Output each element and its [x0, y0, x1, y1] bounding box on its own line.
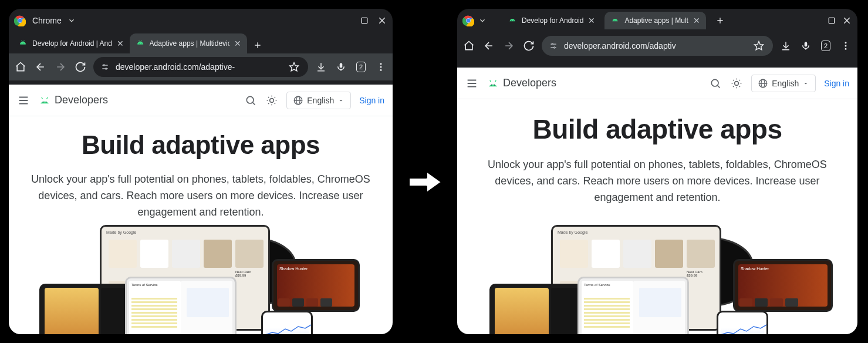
tune-icon[interactable] [100, 62, 110, 72]
page-content: Developers English Sign in Build adaptiv… [9, 85, 393, 334]
chrome-icon [13, 14, 26, 27]
tab-label: Adaptive apps | Multidevic [150, 39, 229, 48]
forward-icon[interactable] [502, 39, 516, 53]
star-icon[interactable] [752, 39, 766, 53]
svg-rect-21 [340, 63, 343, 68]
svg-line-88 [733, 86, 734, 86]
hero-devices-illustration: Made by Google Nest Cam£89.99 Shadow Hun… [457, 225, 857, 334]
language-selector[interactable]: English [751, 75, 816, 92]
svg-line-42 [275, 97, 275, 97]
download-icon[interactable] [779, 39, 793, 53]
reload-icon[interactable] [522, 39, 536, 53]
close-icon[interactable]: ✕ [117, 39, 124, 48]
svg-point-52 [614, 20, 614, 21]
search-icon[interactable] [244, 94, 257, 107]
tab-label: Develop for Android | And [32, 39, 112, 48]
chevron-down-icon [337, 97, 345, 104]
svg-point-34 [270, 98, 274, 102]
address-bar[interactable]: developer.android.com/adaptive- [93, 57, 308, 77]
theme-toggle-icon[interactable] [730, 77, 743, 90]
tab-strip: Develop for Android | And ✕ Adaptive app… [9, 32, 393, 53]
svg-line-39 [268, 97, 269, 97]
svg-point-30 [43, 101, 44, 102]
hero-title: Build adaptive apps [23, 130, 379, 160]
svg-line-86 [733, 80, 734, 80]
back-icon[interactable] [33, 60, 48, 74]
svg-point-6 [22, 43, 22, 43]
svg-point-63 [552, 43, 553, 45]
browser-window-left: Chrome Develop for Android | And ✕ [9, 9, 393, 334]
star-icon[interactable] [287, 60, 301, 74]
close-icon[interactable]: ✕ [693, 16, 700, 25]
search-icon[interactable] [709, 77, 722, 90]
tab-adaptive-apps[interactable]: Adaptive apps | Multidevic ✕ [130, 33, 247, 53]
sign-in-link[interactable]: Sign in [824, 79, 849, 88]
svg-point-32 [247, 96, 254, 103]
chevron-down-icon[interactable] [478, 16, 487, 25]
svg-point-17 [106, 68, 107, 69]
svg-point-64 [554, 47, 555, 48]
svg-marker-18 [290, 63, 299, 71]
svg-marker-46 [340, 100, 343, 102]
address-bar[interactable]: developer.android.com/adaptiv [542, 36, 773, 56]
tab-count-button[interactable]: 2 [354, 60, 368, 74]
home-icon[interactable] [13, 60, 28, 74]
svg-line-29 [47, 97, 48, 99]
hero-title: Build adaptive apps [471, 113, 843, 145]
reload-icon[interactable] [73, 60, 87, 74]
arrow-right-icon [405, 164, 446, 200]
close-icon[interactable]: ✕ [234, 39, 241, 48]
brand[interactable]: Developers [38, 94, 108, 106]
svg-line-41 [268, 103, 269, 103]
hamburger-icon[interactable] [17, 94, 30, 107]
svg-point-71 [845, 48, 847, 50]
globe-icon [758, 78, 768, 89]
svg-point-8 [139, 43, 139, 43]
hero-subtitle: Unlock your app's full potential on phon… [23, 172, 379, 221]
brand[interactable]: Developers [487, 77, 556, 89]
svg-point-69 [845, 42, 847, 43]
new-tab-button[interactable] [712, 12, 728, 29]
download-icon[interactable] [314, 60, 328, 74]
window-restore-button[interactable] [826, 15, 837, 26]
chevron-down-icon[interactable] [67, 16, 76, 25]
window-titlebar: Chrome [9, 9, 393, 32]
new-tab-button[interactable] [249, 37, 266, 53]
svg-marker-65 [755, 42, 764, 50]
tune-icon[interactable] [549, 41, 558, 51]
home-icon[interactable] [462, 39, 476, 53]
hamburger-icon[interactable] [465, 77, 478, 90]
url-text: developer.android.com/adaptive- [116, 62, 281, 72]
overflow-menu-icon[interactable] [839, 39, 853, 53]
android-icon [136, 39, 145, 48]
theme-toggle-icon[interactable] [265, 94, 278, 107]
overflow-menu-icon[interactable] [374, 60, 388, 74]
svg-point-7 [23, 43, 24, 43]
close-icon[interactable]: ✕ [588, 16, 595, 25]
sign-in-link[interactable]: Sign in [359, 96, 384, 105]
svg-point-31 [46, 101, 47, 102]
svg-line-33 [253, 102, 255, 105]
window-restore-button[interactable] [359, 15, 370, 26]
window-close-button[interactable] [841, 15, 853, 26]
back-icon[interactable] [482, 39, 496, 53]
mic-icon[interactable] [799, 39, 813, 53]
tab-adaptive-apps[interactable]: Adaptive apps | Mult ✕ [604, 12, 706, 29]
window-close-button[interactable] [376, 15, 388, 26]
forward-icon[interactable] [53, 60, 67, 74]
tab-develop-for-android[interactable]: Develop for Android | And ✕ [12, 33, 130, 53]
chevron-down-icon [802, 80, 809, 87]
mic-icon[interactable] [334, 60, 348, 74]
chrome-icon [462, 14, 475, 27]
svg-point-16 [103, 65, 104, 66]
hero: Build adaptive apps Unlock your app's fu… [457, 99, 857, 206]
android-icon [508, 16, 517, 25]
svg-point-49 [467, 19, 471, 23]
svg-point-23 [380, 66, 382, 68]
page-content: Developers English Sign in Build adaptiv… [457, 68, 857, 334]
svg-point-79 [712, 79, 719, 86]
tab-develop-for-android[interactable]: Develop for Android ✕ [502, 12, 601, 29]
language-selector[interactable]: English [286, 92, 351, 109]
tab-label: Adaptive apps | Mult [624, 16, 688, 25]
tab-count-button[interactable]: 2 [819, 39, 833, 53]
